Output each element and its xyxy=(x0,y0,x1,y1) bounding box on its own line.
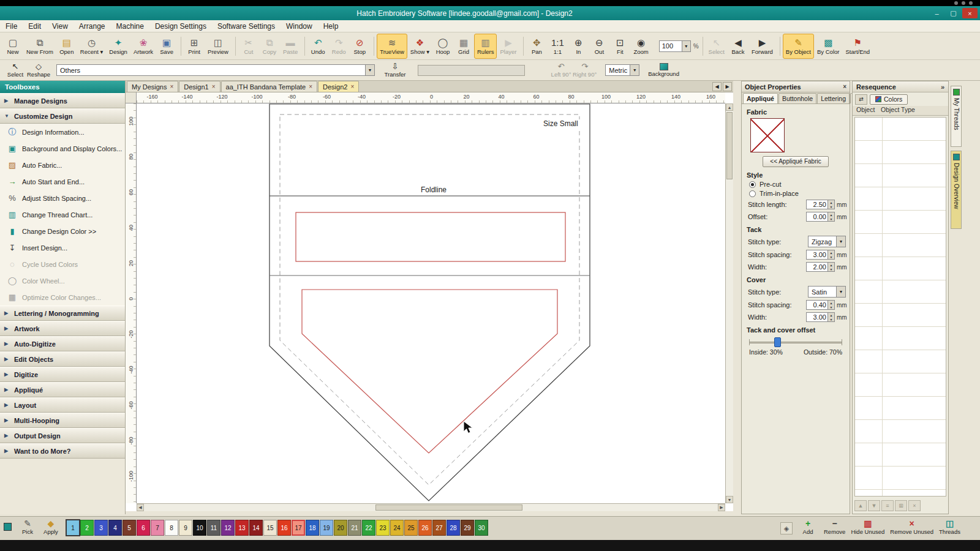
palette-options-button[interactable]: ◈ xyxy=(780,522,793,534)
bandana-seam-dashed-outline[interactable] xyxy=(280,114,579,485)
move-up-icon[interactable]: ▲ xyxy=(854,500,867,511)
scroll-up-icon[interactable]: ▲ xyxy=(726,103,733,111)
color-swatch[interactable]: 5 xyxy=(123,520,136,536)
chevron-down-icon[interactable]: ▾ xyxy=(682,41,690,51)
horizontal-scroll-thumb[interactable] xyxy=(375,504,522,511)
toolbox-section[interactable]: ▶ Edit Objects xyxy=(0,351,125,367)
remove-color-button[interactable]: − Remove xyxy=(824,519,845,535)
tab-close-icon[interactable]: × xyxy=(212,83,216,90)
select-tool-button[interactable]: ↖ Select xyxy=(4,61,27,80)
color-swatch[interactable]: 28 xyxy=(447,520,460,536)
tab-close-icon[interactable]: × xyxy=(170,83,173,90)
slider-thumb[interactable] xyxy=(774,337,781,347)
color-swatch[interactable]: 6 xyxy=(137,520,150,536)
color-swatch[interactable]: 17 xyxy=(292,520,305,536)
start-end-button[interactable]: ⚑ Start/End xyxy=(842,34,873,59)
toolbox-section[interactable]: ▶ Output Design xyxy=(0,428,125,443)
color-swatch[interactable]: 11 xyxy=(207,520,221,536)
menu-item[interactable]: Design Settings xyxy=(149,21,212,32)
auto-start-end-item[interactable]: → Auto Start and End... xyxy=(0,173,125,190)
color-swatch[interactable]: 4 xyxy=(108,520,122,536)
chevron-down-icon[interactable]: ▾ xyxy=(836,287,845,297)
tack-width-input[interactable]: 2.00 xyxy=(806,262,828,272)
rotate-left-90-button[interactable]: ↶ Left 90° xyxy=(549,61,573,80)
tack-spacing-stepper[interactable]: ▲▼ xyxy=(828,250,835,260)
change-design-color-item[interactable]: ▮ Change Design Color >> xyxy=(0,223,125,239)
cycle-used-colors-item[interactable]: ◌ Cycle Used Colors xyxy=(0,256,125,272)
copy-button[interactable]: ⧉ Copy xyxy=(259,34,280,59)
color-swatch[interactable]: 16 xyxy=(277,520,291,536)
color-wheel-item[interactable]: ◯ Color Wheel... xyxy=(0,272,125,289)
vertical-scroll-thumb[interactable] xyxy=(726,112,733,179)
tab-close-icon[interactable]: × xyxy=(350,83,354,90)
toolbox-section[interactable]: ▶ Artwork xyxy=(0,321,125,336)
color-swatch[interactable]: 21 xyxy=(348,520,361,536)
color-swatch[interactable]: 12 xyxy=(221,520,235,536)
color-swatch[interactable]: 22 xyxy=(362,520,375,536)
reshape-tool-button[interactable]: ◇ Reshape xyxy=(27,61,50,80)
radio-icon[interactable] xyxy=(749,190,756,197)
toolbox-section[interactable]: ▶ Want to do More? xyxy=(0,443,125,459)
select-nav-button[interactable]: ↖ Select xyxy=(706,34,728,59)
resequence-object-list[interactable] xyxy=(854,117,946,497)
toolbox-section[interactable]: ▶ Appliqué xyxy=(0,382,125,397)
cut-button[interactable]: ✂ Cut xyxy=(238,34,259,59)
zoom-button[interactable]: ◉ Zoom xyxy=(630,34,651,59)
fabric-preview[interactable] xyxy=(750,118,785,152)
radio-checked-icon[interactable] xyxy=(749,181,756,188)
new-from-button[interactable]: ⧉ New From xyxy=(23,34,56,59)
color-swatch[interactable]: 25 xyxy=(404,520,418,536)
tab-scroll-right-icon[interactable]: ▶ xyxy=(723,82,732,91)
applique-fabric-button[interactable]: << Appliqué Fabric xyxy=(763,156,829,167)
adjust-stitch-spacing-item[interactable]: % Adjust Stitch Spacing... xyxy=(0,190,125,206)
move-down-icon[interactable]: ▼ xyxy=(868,500,880,511)
applique-rectangle[interactable] xyxy=(296,212,565,261)
units-combo[interactable]: Metric ▾ xyxy=(605,64,639,76)
bandana-outline[interactable] xyxy=(270,104,590,501)
menu-item[interactable]: Software Settings xyxy=(212,21,281,32)
optimize-color-changes-item[interactable]: ▦ Optimize Color Changes... xyxy=(0,289,125,305)
menu-item[interactable]: Machine xyxy=(111,21,149,32)
rulers-button[interactable]: ▥ Rulers xyxy=(474,34,497,59)
menu-item[interactable]: File xyxy=(0,21,23,32)
precut-radio-row[interactable]: Pre-cut xyxy=(749,181,842,188)
resequence-collapse-icon[interactable]: ⇄ xyxy=(855,94,867,105)
toolbox-section[interactable]: ▶ Multi-Hooping xyxy=(0,413,125,428)
trim-in-place-radio-row[interactable]: Trim-in-place xyxy=(749,190,842,197)
color-swatch[interactable]: 27 xyxy=(432,520,446,536)
chevron-down-icon[interactable]: ▾ xyxy=(630,65,639,75)
by-color-button[interactable]: ▩ By Color xyxy=(814,34,842,59)
color-swatch[interactable]: 30 xyxy=(475,520,488,536)
zoom-out-button[interactable]: ⊖ Out xyxy=(589,34,609,59)
threads-button[interactable]: ◫ Threads xyxy=(939,519,960,535)
forward-button[interactable]: ▶ Forward xyxy=(748,34,776,59)
toolbox-section-manage-designs[interactable]: ▶ Manage Designs xyxy=(0,93,125,108)
color-swatch[interactable]: 3 xyxy=(94,520,108,536)
sequence-list-icon[interactable]: ≡ xyxy=(881,500,894,511)
color-swatch[interactable]: 24 xyxy=(390,520,404,536)
menu-item[interactable]: Edit xyxy=(23,21,47,32)
one-to-one-button[interactable]: 1:1 1:1 xyxy=(547,34,568,59)
design-button[interactable]: ✦ Design xyxy=(106,34,130,59)
rotate-right-90-button[interactable]: ↷ Right 90° xyxy=(573,61,597,80)
property-tab[interactable]: Lettering xyxy=(817,93,850,103)
toolbox-section[interactable]: ▶ Lettering / Monogramming xyxy=(0,305,125,321)
color-swatch[interactable]: 7 xyxy=(151,520,164,536)
undo-button[interactable]: ↶ Undo xyxy=(307,34,328,59)
paste-button[interactable]: ▬ Paste xyxy=(280,34,301,59)
applique-panel[interactable] xyxy=(302,290,557,453)
color-swatch[interactable]: 29 xyxy=(461,520,474,536)
change-thread-chart-item[interactable]: ▥ Change Thread Chart... xyxy=(0,206,125,223)
color-swatch[interactable]: 20 xyxy=(334,520,347,536)
background-display-colors-item[interactable]: ▣ Background and Display Colors... xyxy=(0,140,125,157)
color-swatch[interactable]: 8 xyxy=(165,520,178,536)
pan-button[interactable]: ✥ Pan xyxy=(526,34,547,59)
design-tab[interactable]: Design2 × xyxy=(318,81,359,92)
group-icon[interactable]: ⊞ xyxy=(895,500,907,511)
minimize-button[interactable]: – xyxy=(929,8,944,18)
zoom-in-button[interactable]: ⊕ In xyxy=(568,34,589,59)
zoom-fit-button[interactable]: ⊡ Fit xyxy=(609,34,630,59)
stitch-length-stepper[interactable]: ▲▼ xyxy=(828,200,835,209)
trueview-button[interactable]: ≋ TrueView xyxy=(377,34,407,59)
chevron-down-icon[interactable]: ▾ xyxy=(836,236,845,247)
